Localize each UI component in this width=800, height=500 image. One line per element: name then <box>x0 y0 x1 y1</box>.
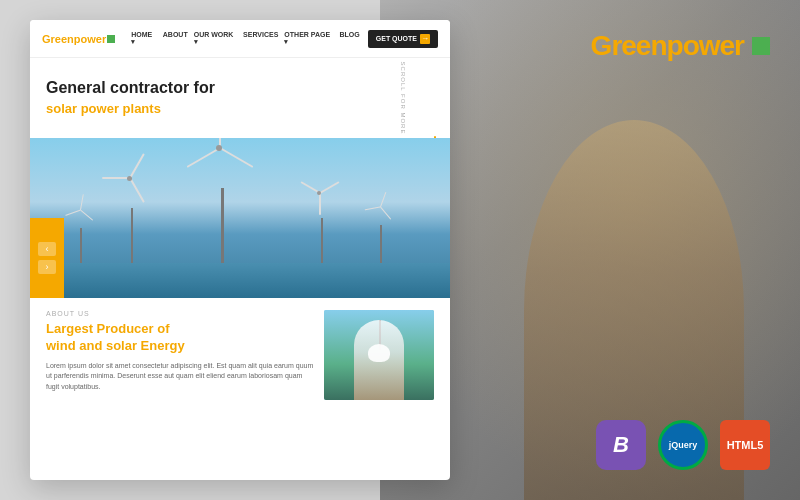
carousel-controls: ‹ › <box>30 218 64 298</box>
tech-badges: B jQuery HTML5 <box>596 420 770 470</box>
water-layer <box>30 263 450 298</box>
hero-subtitle: solar power plants <box>46 101 434 116</box>
bootstrap-badge: B <box>596 420 646 470</box>
nav-home[interactable]: HOME ▾ <box>131 31 157 46</box>
turbine-2 <box>130 208 133 263</box>
nav-blog[interactable]: BLOG <box>340 31 360 46</box>
turbine-background <box>30 138 450 298</box>
brand-name: Greenpower <box>591 30 744 62</box>
nav-logo-square <box>107 35 115 43</box>
about-section: ABOUT US Largest Producer of wind and so… <box>30 298 450 412</box>
turbine-5 <box>380 225 382 263</box>
quote-arrow-icon: → <box>420 34 430 44</box>
carousel-next-button[interactable]: › <box>38 260 56 274</box>
carousel-nav: ‹ › <box>38 242 56 274</box>
get-quote-button[interactable]: GET QUOTE → <box>368 30 438 48</box>
about-body-text: Lorem ipsum dolor sit amet consectetur a… <box>46 361 314 393</box>
jquery-badge: jQuery <box>658 420 708 470</box>
turbine-4 <box>80 228 82 263</box>
site-preview-card: Greenpower HOME ▾ ABOUT OUR WORK ▾ SERVI… <box>30 20 450 480</box>
carousel-prev-button[interactable]: ‹ <box>38 242 56 256</box>
brand-panel: Greenpower <box>591 30 770 62</box>
nav-logo: Greenpower <box>42 33 115 45</box>
nav-links: HOME ▾ ABOUT OUR WORK ▾ SERVICES OTHER P… <box>131 31 360 46</box>
nav-other-page[interactable]: OTHER PAGE ▾ <box>284 31 333 46</box>
html5-badge: HTML5 <box>720 420 770 470</box>
about-image <box>324 310 434 400</box>
about-section-label: ABOUT US <box>46 310 314 317</box>
page-wrapper: Greenpower B jQuery HTML5 Greenpower HOM… <box>0 0 800 500</box>
nav-services[interactable]: SERVICES <box>243 31 278 46</box>
nav-our-work[interactable]: OUR WORK ▾ <box>194 31 237 46</box>
nav-bar: Greenpower HOME ▾ ABOUT OUR WORK ▾ SERVI… <box>30 20 450 58</box>
hero-section: General contractor for solar power plant… <box>30 58 450 138</box>
hero-title: General contractor for <box>46 78 434 99</box>
turbine-1 <box>220 188 224 263</box>
brand-square-icon <box>752 37 770 55</box>
about-title: Largest Producer of wind and solar Energ… <box>46 321 314 355</box>
scroll-label: SCROLL FOR MORE <box>401 62 407 135</box>
turbine-image-section: ‹ › <box>30 138 450 298</box>
nav-about[interactable]: ABOUT <box>163 31 188 46</box>
about-text: ABOUT US Largest Producer of wind and so… <box>46 310 314 400</box>
turbine-3 <box>320 218 323 263</box>
